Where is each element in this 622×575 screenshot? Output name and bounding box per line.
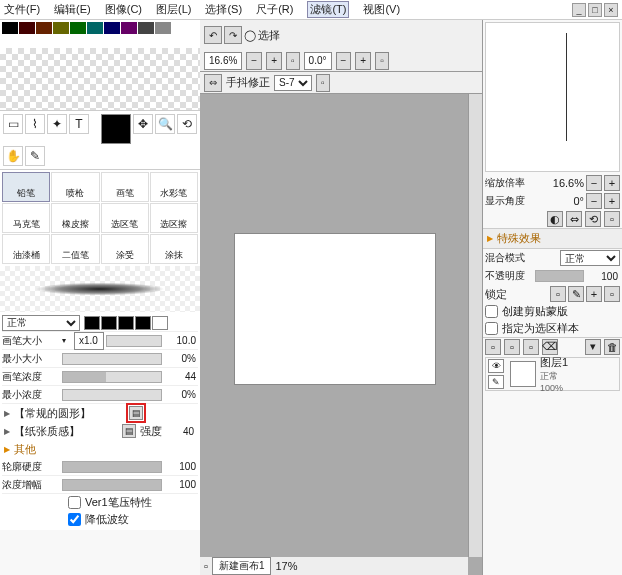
size-menu[interactable]: ▾ bbox=[62, 336, 72, 345]
menu-filter[interactable]: 滤镜(T) bbox=[307, 1, 349, 18]
dens-gain-slider[interactable] bbox=[62, 479, 162, 491]
brush-bucket[interactable]: 油漆桶 bbox=[2, 234, 50, 264]
mode-aa-2[interactable] bbox=[101, 316, 117, 330]
menu-layer[interactable]: 图层(L) bbox=[156, 2, 191, 17]
nav-zoom-out[interactable]: − bbox=[586, 175, 602, 191]
lock-btn-2[interactable]: ✎ bbox=[568, 286, 584, 302]
brush-brush[interactable]: 画笔 bbox=[101, 172, 149, 202]
layer-row[interactable]: 👁✎ 图层1 正常 100% bbox=[485, 357, 620, 391]
texture-expand[interactable]: ▶ bbox=[4, 427, 14, 436]
size-mult[interactable]: x1.0 bbox=[74, 332, 104, 350]
lock-btn-4[interactable]: ▫ bbox=[604, 286, 620, 302]
brush-blur1[interactable]: 涂受 bbox=[101, 234, 149, 264]
stab-settings[interactable]: ▫ bbox=[316, 74, 330, 92]
menu-select[interactable]: 选择(S) bbox=[205, 2, 242, 17]
tool-rotate[interactable]: ⟲ bbox=[177, 114, 197, 134]
brush-eraser[interactable]: 橡皮擦 bbox=[51, 203, 99, 233]
foreground-color[interactable] bbox=[101, 114, 131, 144]
blend-mode-select[interactable]: 正常 bbox=[2, 315, 80, 331]
maximize-button[interactable]: □ bbox=[588, 3, 602, 17]
layer-clear[interactable]: ⌫ bbox=[542, 339, 558, 355]
texture-settings-button[interactable]: ▤ bbox=[122, 424, 136, 438]
angle-inc[interactable]: + bbox=[355, 52, 371, 70]
tool-move[interactable]: ✥ bbox=[133, 114, 153, 134]
flip-h[interactable]: ⇔ bbox=[204, 74, 222, 92]
brush-watercolor[interactable]: 水彩笔 bbox=[150, 172, 198, 202]
color-swatches[interactable] bbox=[0, 20, 200, 48]
zoom-out[interactable]: − bbox=[246, 52, 262, 70]
nav-angle-dec[interactable]: − bbox=[586, 193, 602, 209]
size-slider[interactable] bbox=[106, 335, 162, 347]
angle-dec[interactable]: − bbox=[336, 52, 352, 70]
reduce-noise-checkbox[interactable] bbox=[68, 513, 81, 526]
nav-b3[interactable]: ⟲ bbox=[585, 211, 601, 227]
tool-eyedropper[interactable]: ✎ bbox=[25, 146, 45, 166]
angle-reset[interactable]: ▫ bbox=[375, 52, 389, 70]
mode-aa-4[interactable] bbox=[135, 316, 151, 330]
brush-binary[interactable]: 二值笔 bbox=[51, 234, 99, 264]
brush-sel-pen[interactable]: 选区笔 bbox=[101, 203, 149, 233]
color-area[interactable] bbox=[0, 48, 200, 110]
zoom-fit[interactable]: ▫ bbox=[286, 52, 300, 70]
menu-edit[interactable]: 编辑(E) bbox=[54, 2, 91, 17]
tool-wand[interactable]: ✦ bbox=[47, 114, 67, 134]
lock-btn-1[interactable]: ▫ bbox=[550, 286, 566, 302]
lock-btn-3[interactable]: + bbox=[586, 286, 602, 302]
layer-merge[interactable]: ▾ bbox=[585, 339, 601, 355]
brush-airbrush[interactable]: 喷枪 bbox=[51, 172, 99, 202]
scrollbar-vertical[interactable] bbox=[468, 94, 482, 557]
menu-image[interactable]: 图像(C) bbox=[105, 2, 142, 17]
opacity-slider[interactable] bbox=[535, 270, 585, 282]
stabilizer-select[interactable]: S-7 bbox=[274, 75, 312, 91]
other-expand[interactable]: ▶ bbox=[4, 445, 14, 454]
nav-angle-inc[interactable]: + bbox=[604, 193, 620, 209]
brush-blur2[interactable]: 涂抹 bbox=[150, 234, 198, 264]
fx-expand[interactable]: ▶ bbox=[487, 234, 493, 243]
density-slider[interactable] bbox=[62, 371, 162, 383]
undo-button[interactable]: ↶ bbox=[204, 26, 222, 44]
layer-delete[interactable]: 🗑 bbox=[604, 339, 620, 355]
tool-zoom[interactable]: 🔍 bbox=[155, 114, 175, 134]
zoom-input[interactable]: 16.6% bbox=[204, 52, 242, 70]
tool-hand[interactable]: ✋ bbox=[3, 146, 23, 166]
minimize-button[interactable]: _ bbox=[572, 3, 586, 17]
nav-b2[interactable]: ⇔ bbox=[566, 211, 582, 227]
shape-expand[interactable]: ▶ bbox=[4, 409, 14, 418]
layer-edit-icon[interactable]: ✎ bbox=[488, 375, 504, 389]
canvas[interactable] bbox=[235, 234, 435, 384]
layer-new[interactable]: ▫ bbox=[485, 339, 501, 355]
edge-slider[interactable] bbox=[62, 461, 162, 473]
close-button[interactable]: × bbox=[604, 3, 618, 17]
layer-thumbnail[interactable] bbox=[510, 361, 536, 387]
pen-pressure-checkbox[interactable] bbox=[68, 496, 81, 509]
min-density-slider[interactable] bbox=[62, 389, 162, 401]
layer-new-folder[interactable]: ▫ bbox=[504, 339, 520, 355]
nav-zoom-in[interactable]: + bbox=[604, 175, 620, 191]
shape-settings-button[interactable]: ▤ bbox=[129, 406, 143, 420]
clip-checkbox[interactable] bbox=[485, 305, 498, 318]
mode-aa-5[interactable] bbox=[152, 316, 168, 330]
tool-rect-select[interactable]: ▭ bbox=[3, 114, 23, 134]
layer-visible-icon[interactable]: 👁 bbox=[488, 359, 504, 373]
tool-text[interactable]: T bbox=[69, 114, 89, 134]
layer-blend-select[interactable]: 正常 bbox=[560, 250, 620, 266]
angle-input[interactable]: 0.0° bbox=[304, 52, 332, 70]
layer-mask[interactable]: ▫ bbox=[523, 339, 539, 355]
navigator-preview[interactable] bbox=[485, 22, 620, 172]
nav-b1[interactable]: ◐ bbox=[547, 211, 563, 227]
brush-pencil[interactable]: 铅笔 bbox=[2, 172, 50, 202]
tool-lasso[interactable]: ⌇ bbox=[25, 114, 45, 134]
menu-view[interactable]: 视图(V) bbox=[363, 2, 400, 17]
redo-button[interactable]: ↷ bbox=[224, 26, 242, 44]
mode-aa-1[interactable] bbox=[84, 316, 100, 330]
mode-aa-3[interactable] bbox=[118, 316, 134, 330]
brush-marker[interactable]: 马克笔 bbox=[2, 203, 50, 233]
sel-source-checkbox[interactable] bbox=[485, 322, 498, 335]
min-size-slider[interactable] bbox=[62, 353, 162, 365]
menu-file[interactable]: 文件(F) bbox=[4, 2, 40, 17]
zoom-in[interactable]: + bbox=[266, 52, 282, 70]
menu-ruler[interactable]: 尺子(R) bbox=[256, 2, 293, 17]
document-tab[interactable]: 新建画布1 bbox=[212, 557, 272, 575]
nav-b4[interactable]: ▫ bbox=[604, 211, 620, 227]
brush-sel-eraser[interactable]: 选区擦 bbox=[150, 203, 198, 233]
